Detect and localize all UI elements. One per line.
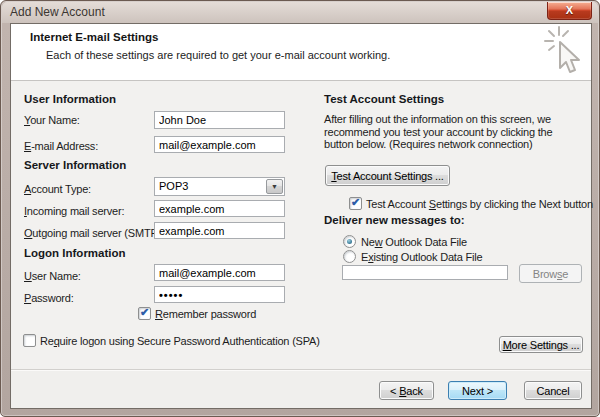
spa-label[interactable]: Require logon using Secure Password Auth…: [40, 335, 320, 347]
data-file-path-input[interactable]: [342, 265, 508, 280]
new-data-file-radio[interactable]: [343, 235, 356, 248]
new-data-file-label[interactable]: New Outlook Data File: [361, 236, 467, 248]
page-title: Internet E-mail Settings: [30, 31, 158, 43]
close-button[interactable]: X: [547, 2, 592, 20]
dialog-header: Internet E-mail Settings Each of these s…: [11, 24, 591, 81]
user-name-input[interactable]: [154, 264, 285, 281]
test-on-next-label[interactable]: Test Account Settings by clicking the Ne…: [366, 198, 593, 210]
outgoing-server-input[interactable]: [154, 222, 285, 239]
test-account-settings-heading: Test Account Settings: [324, 93, 444, 105]
existing-data-file-radio[interactable]: [343, 250, 356, 263]
test-account-settings-description: After filling out the information on thi…: [324, 113, 576, 151]
server-information-heading: Server Information: [24, 159, 126, 171]
page-subtitle: Each of these settings are required to g…: [46, 49, 390, 61]
your-name-label: Your Name:: [24, 114, 80, 126]
password-input[interactable]: [154, 286, 285, 303]
outgoing-server-label: Outgoing mail server (SMTP):: [24, 227, 164, 239]
window-title: Add New Account: [10, 5, 105, 19]
account-type-value: POP3: [159, 180, 188, 192]
deliver-messages-heading: Deliver new messages to:: [324, 214, 465, 226]
password-label: Password:: [24, 292, 74, 304]
next-button[interactable]: Next >: [448, 381, 507, 400]
user-name-label: User Name:: [24, 270, 81, 282]
click-cursor-icon: [544, 26, 590, 82]
user-information-heading: User Information: [24, 93, 116, 105]
remember-password-checkbox[interactable]: ✔: [138, 307, 151, 320]
your-name-input[interactable]: [154, 111, 285, 129]
logon-information-heading: Logon Information: [24, 247, 126, 259]
close-icon: X: [566, 4, 573, 16]
cancel-button[interactable]: Cancel: [524, 381, 582, 400]
email-address-label: E-mail Address:: [24, 140, 98, 152]
remember-password-label[interactable]: Remember password: [155, 308, 256, 320]
account-type-label: Account Type:: [24, 183, 91, 195]
spa-checkbox[interactable]: [23, 334, 36, 347]
incoming-server-input[interactable]: [154, 200, 285, 217]
more-settings-button[interactable]: More Settings ...: [499, 336, 583, 353]
existing-data-file-label[interactable]: Existing Outlook Data File: [361, 251, 482, 263]
check-icon: ✔: [140, 306, 149, 318]
chevron-down-icon[interactable]: ▼: [266, 179, 283, 194]
incoming-server-label: Incoming mail server:: [24, 205, 124, 217]
test-account-settings-button[interactable]: Test Account Settings ...: [325, 165, 450, 186]
test-on-next-checkbox[interactable]: ✔: [349, 197, 362, 210]
title-bar[interactable]: Add New Account: [2, 2, 598, 23]
browse-button[interactable]: Browse: [519, 264, 582, 283]
dialog-client-area: Internet E-mail Settings Each of these s…: [10, 23, 592, 409]
add-new-account-dialog: Add New Account X Internet E-mail Settin…: [0, 0, 600, 417]
check-icon: ✔: [351, 196, 360, 208]
account-type-select[interactable]: POP3 ▼: [154, 177, 285, 196]
email-address-input[interactable]: [154, 136, 285, 153]
back-button[interactable]: < Back: [379, 381, 434, 400]
